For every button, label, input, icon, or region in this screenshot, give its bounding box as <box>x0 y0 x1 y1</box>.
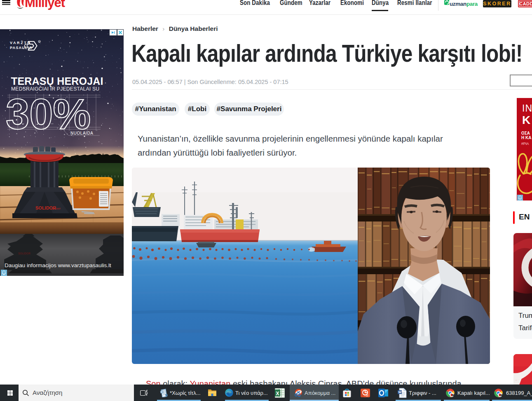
svg-text:X: X <box>276 391 279 396</box>
svg-text:para: para <box>466 1 478 7</box>
svg-text:uzman: uzman <box>450 1 466 7</box>
svg-text:SOLIDOR: SOLIDOR <box>18 252 30 255</box>
svg-text:W: W <box>398 390 401 394</box>
svg-text:Milliyet: Milliyet <box>25 0 65 10</box>
svg-text:GIGANT: GIGANT <box>52 207 61 210</box>
